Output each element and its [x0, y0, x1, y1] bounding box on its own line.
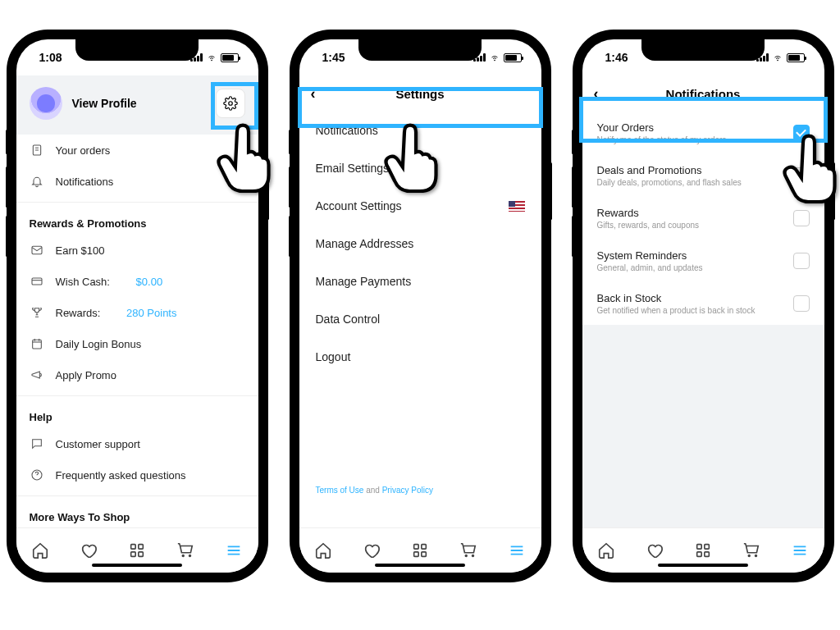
- tab-wishlist[interactable]: [80, 541, 98, 559]
- wifi-icon: [205, 52, 218, 62]
- tab-home[interactable]: [314, 541, 332, 559]
- tab-cart[interactable]: [176, 541, 194, 559]
- view-profile-link[interactable]: View Profile: [72, 97, 137, 110]
- tab-wishlist[interactable]: [646, 541, 664, 559]
- tab-categories[interactable]: [411, 541, 429, 559]
- battery-icon: [221, 53, 239, 62]
- question-icon: [30, 468, 44, 482]
- battery-icon: [787, 53, 805, 62]
- label: Your orders: [56, 144, 111, 157]
- notif-system[interactable]: System RemindersGeneral, admin, and upda…: [582, 240, 824, 282]
- chat-icon: [30, 437, 44, 450]
- tab-home[interactable]: [31, 541, 49, 559]
- tab-cart[interactable]: [459, 541, 477, 559]
- checkbox-icon[interactable]: [793, 210, 810, 226]
- promo-row[interactable]: Apply Promo: [16, 359, 258, 390]
- settings-payments[interactable]: Manage Payments: [299, 262, 541, 300]
- receipt-icon: [30, 144, 44, 157]
- clock: 1:46: [605, 51, 628, 64]
- wifi-icon: [771, 52, 784, 62]
- more-section: More Ways To Shop: [16, 500, 258, 527]
- phone-notifications: 1:46 ‹ Notifications Your OrdersNotify m…: [574, 31, 833, 581]
- tab-categories[interactable]: [694, 541, 712, 559]
- tab-menu[interactable]: [791, 541, 809, 559]
- mail-icon: [30, 244, 44, 257]
- terms-link[interactable]: Terms of Use: [316, 486, 364, 495]
- help-section: Help: [16, 399, 258, 428]
- privacy-link[interactable]: Privacy Policy: [382, 486, 433, 495]
- battery-icon: [504, 53, 522, 62]
- checkbox-icon[interactable]: [793, 295, 810, 312]
- pointer-cursor-icon: [214, 123, 272, 189]
- rewards-row[interactable]: Rewards: 280 Points: [16, 297, 258, 328]
- settings-addresses[interactable]: Manage Addresses: [299, 225, 541, 262]
- clock: 1:45: [322, 51, 345, 64]
- tab-wishlist[interactable]: [363, 541, 381, 559]
- rewards-section: Rewards & Promotions: [16, 206, 258, 235]
- trophy-icon: [30, 306, 44, 319]
- tab-categories[interactable]: [128, 541, 146, 559]
- support-row[interactable]: Customer support: [16, 428, 258, 459]
- faq-row[interactable]: Frequently asked questions: [16, 459, 258, 491]
- tab-home[interactable]: [597, 541, 615, 559]
- dailybonus-row[interactable]: Daily Login Bonus: [16, 328, 258, 359]
- avatar[interactable]: [30, 87, 62, 120]
- card-icon: [30, 275, 44, 288]
- clock: 1:08: [39, 51, 62, 64]
- earn-row[interactable]: Earn $100: [16, 235, 258, 266]
- wifi-icon: [488, 52, 501, 62]
- tab-menu[interactable]: [225, 541, 243, 559]
- bell-icon: [30, 175, 44, 188]
- settings-data[interactable]: Data Control: [299, 300, 541, 338]
- wishcash-row[interactable]: Wish Cash: $0.00: [16, 266, 258, 297]
- pointer-cursor-icon: [381, 123, 439, 189]
- footer-links: Terms of Use and Privacy Policy: [299, 486, 450, 495]
- highlight-box: [298, 87, 543, 128]
- checkbox-icon[interactable]: [793, 253, 810, 269]
- calendar-icon: [30, 337, 44, 350]
- phone-profile: 1:08 View Profile Your orders: [8, 31, 267, 581]
- pointer-cursor-icon: [780, 134, 838, 199]
- megaphone-icon: [30, 368, 44, 381]
- phone-settings: 1:45 ‹ Settings Notifications Email Sett…: [291, 31, 550, 581]
- settings-logout[interactable]: Logout: [299, 338, 541, 376]
- tab-cart[interactable]: [742, 541, 760, 559]
- tab-menu[interactable]: [508, 541, 526, 559]
- us-flag-icon: [509, 201, 525, 212]
- notif-backinstock[interactable]: Back in StockGet notified when a product…: [582, 282, 824, 325]
- label: Notifications: [56, 176, 114, 188]
